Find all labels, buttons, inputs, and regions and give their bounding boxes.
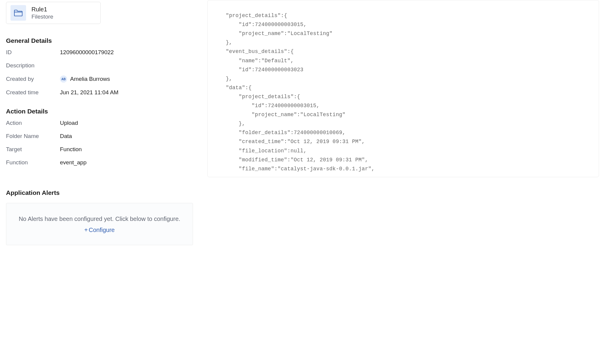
row-function: Function event_app bbox=[6, 159, 195, 166]
row-folder-name: Folder Name Data bbox=[6, 133, 195, 139]
avatar: AB bbox=[60, 75, 67, 83]
label-created-time: Created time bbox=[6, 89, 60, 96]
value-folder-name: Data bbox=[60, 133, 72, 139]
folder-icon bbox=[10, 5, 26, 21]
value-action: Upload bbox=[60, 120, 78, 126]
row-description: Description bbox=[6, 62, 195, 69]
value-created-time: Jun 21, 2021 11:04 AM bbox=[60, 89, 118, 96]
label-action: Action bbox=[6, 120, 60, 126]
value-function: event_app bbox=[60, 159, 87, 166]
value-target: Function bbox=[60, 146, 82, 153]
rule-info: Rule1 Filestore bbox=[31, 6, 53, 20]
application-alerts-title: Application Alerts bbox=[6, 189, 195, 196]
rule-card[interactable]: Rule1 Filestore bbox=[6, 2, 101, 24]
row-id: ID 12096000000179022 bbox=[6, 49, 195, 56]
json-sample-box[interactable]: "project_details":{ "id":724000000003015… bbox=[207, 0, 599, 177]
value-id: 12096000000179022 bbox=[60, 49, 114, 56]
label-target: Target bbox=[6, 146, 60, 153]
general-details-title: General Details bbox=[6, 37, 195, 44]
created-by-name: Amelia Burrows bbox=[70, 76, 110, 82]
alerts-empty-text: No Alerts have been configured yet. Clic… bbox=[18, 215, 181, 223]
label-id: ID bbox=[6, 49, 60, 56]
row-target: Target Function bbox=[6, 146, 195, 153]
row-action: Action Upload bbox=[6, 120, 195, 126]
configure-button[interactable]: +Configure bbox=[84, 227, 114, 233]
rule-type: Filestore bbox=[31, 13, 53, 20]
value-created-by: AB Amelia Burrows bbox=[60, 75, 110, 83]
row-created-time: Created time Jun 21, 2021 11:04 AM bbox=[6, 89, 195, 96]
row-created-by: Created by AB Amelia Burrows bbox=[6, 75, 195, 83]
plus-icon: + bbox=[84, 227, 88, 233]
rule-name: Rule1 bbox=[31, 6, 53, 13]
configure-label: Configure bbox=[89, 227, 115, 233]
action-details-title: Action Details bbox=[6, 108, 195, 115]
label-folder-name: Folder Name bbox=[6, 133, 60, 139]
alerts-empty-state: No Alerts have been configured yet. Clic… bbox=[6, 203, 193, 245]
json-sample-pre: "project_details":{ "id":724000000003015… bbox=[216, 2, 590, 173]
details-panel: Rule1 Filestore General Details ID 12096… bbox=[0, 0, 201, 364]
label-function: Function bbox=[6, 159, 60, 166]
label-created-by: Created by bbox=[6, 76, 60, 82]
label-description: Description bbox=[6, 62, 60, 69]
json-panel: "project_details":{ "id":724000000003015… bbox=[201, 0, 605, 364]
